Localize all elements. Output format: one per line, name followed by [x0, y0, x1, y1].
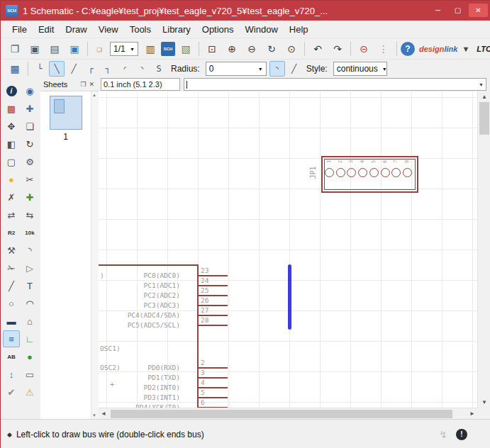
scroll-down-icon[interactable]: ▼ — [92, 413, 96, 418]
zoom-fit-button[interactable]: ⊡ — [203, 40, 221, 58]
frame-button[interactable]: ▭ — [21, 366, 38, 383]
scroll-left-icon[interactable]: ◄ — [101, 410, 106, 417]
erc-button[interactable]: ✔ — [3, 383, 20, 401]
change-button[interactable]: ⚙ — [21, 153, 38, 170]
maximize-button[interactable]: ▢ — [448, 4, 467, 17]
print-button[interactable]: ▤ — [45, 40, 64, 58]
scroll-down-icon[interactable]: ▼ — [478, 399, 490, 405]
errors-icon[interactable]: ! — [456, 429, 467, 440]
arc-button[interactable]: ◠ — [21, 295, 38, 312]
menu-window[interactable]: Window — [240, 23, 284, 36]
zoom-redraw-button[interactable]: ↻ — [262, 40, 281, 58]
split-button[interactable]: ✁ — [3, 259, 20, 276]
rect-button[interactable]: ▬ — [3, 313, 20, 330]
schematic-canvas[interactable]: PC0(ADC0)23PC1(ADC1)24PC2(ADC2)25PC3(ADC… — [99, 91, 477, 408]
titlebar[interactable]: SCH 1 Schematic - C:¥eagle¥test_proj¥tes… — [1, 1, 490, 21]
dropdown-icon[interactable]: ▼ — [378, 67, 387, 72]
mirror-button[interactable]: ◧ — [3, 135, 20, 152]
undo-button[interactable]: ↶ — [308, 40, 327, 58]
text-button[interactable]: T — [21, 277, 38, 294]
net-button[interactable]: ∟ — [21, 330, 38, 347]
schematic-button[interactable]: SCH — [161, 42, 175, 56]
move-button[interactable]: ✥ — [3, 118, 20, 135]
sheets-panel-header[interactable]: Sheets ❐ ✕ — [40, 77, 99, 91]
grid-button[interactable]: ▦ — [6, 60, 24, 78]
label-button[interactable]: AB — [3, 348, 20, 365]
sheet-selector[interactable]: 1/1▼ — [110, 42, 138, 56]
redo-button[interactable]: ↷ — [328, 40, 347, 58]
wire-button[interactable]: ╱ — [3, 277, 20, 294]
horizontal-scrollbar[interactable]: ◄ ► — [99, 408, 477, 420]
menu-file[interactable]: File — [6, 23, 33, 36]
zoom-select-button[interactable]: ⊙ — [282, 40, 301, 58]
delete-button[interactable]: ✗ — [3, 189, 20, 206]
bend-90-hv-button[interactable]: ┌ — [83, 61, 99, 77]
go-button[interactable]: ⋮ — [374, 40, 393, 58]
close-panel-icon[interactable]: ✕ — [87, 81, 96, 88]
menu-view[interactable]: View — [93, 23, 124, 36]
rotate-button[interactable]: ↻ — [21, 135, 38, 152]
close-button[interactable]: ✕ — [469, 4, 488, 17]
bend-90-button[interactable]: ┐ — [100, 61, 116, 77]
zoom-in-button[interactable]: ⊕ — [223, 40, 241, 58]
invoke-button[interactable]: ▷ — [21, 259, 38, 276]
menu-help[interactable]: Help — [284, 23, 314, 36]
minimize-button[interactable]: ─ — [428, 4, 447, 17]
sheets-scrollbar[interactable]: ▲ ▼ — [91, 91, 99, 419]
menu-draw[interactable]: Draw — [60, 23, 92, 36]
export-image-button[interactable]: ▣ — [65, 40, 84, 58]
menu-tools[interactable]: Tools — [124, 23, 157, 36]
bus-button[interactable]: ≡ — [3, 330, 20, 347]
bend-arc-right-button[interactable]: ◝ — [134, 61, 150, 77]
errors-button[interactable]: ⚠ — [21, 383, 38, 401]
vertical-scrollbar[interactable]: ▲ ▼ — [477, 91, 490, 408]
horizontal-scrollbar-thumb[interactable] — [111, 410, 452, 418]
miter-round-button[interactable]: ◝ — [269, 61, 285, 77]
dropdown-icon[interactable]: ▼ — [126, 47, 135, 52]
use-library-button[interactable]: ▥ — [141, 40, 160, 58]
stop-button[interactable]: ⊝ — [355, 40, 373, 58]
display-button[interactable]: ▩ — [3, 100, 20, 117]
menu-edit[interactable]: Edit — [33, 23, 60, 36]
mark-button[interactable]: ✚ — [21, 100, 38, 117]
bend-diagonal-button[interactable]: ╱ — [66, 61, 82, 77]
bus-wire[interactable] — [288, 264, 291, 330]
cut-button[interactable]: ✂ — [21, 171, 38, 188]
save-button[interactable]: ▣ — [26, 40, 44, 58]
dimension-button[interactable]: ↕ — [3, 366, 20, 383]
zoom-out-button[interactable]: ⊖ — [243, 40, 261, 58]
bend-90-vh-button[interactable]: └ — [32, 61, 48, 77]
pinswap-button[interactable]: ⇄ — [3, 206, 20, 223]
bend-arc-left-button[interactable]: ◜ — [117, 61, 133, 77]
board-button[interactable]: ▧ — [177, 40, 195, 58]
group-button[interactable]: ▢ — [3, 153, 20, 170]
bend-diag-end-button[interactable]: ╲ — [49, 61, 65, 77]
scroll-up-icon[interactable]: ▲ — [478, 94, 490, 100]
vertical-scrollbar-thumb[interactable] — [479, 102, 489, 135]
miter-button[interactable]: ◝ — [21, 242, 38, 259]
lightning-icon[interactable]: ↯ — [439, 429, 447, 440]
miter-straight-button[interactable]: ╱ — [286, 61, 302, 77]
designlink-button[interactable]: designlink▼ — [419, 45, 469, 53]
scroll-right-icon[interactable]: ► — [469, 410, 475, 417]
info-button[interactable]: i — [3, 82, 20, 99]
show-button[interactable]: ◉ — [21, 82, 38, 99]
circle-button[interactable]: ○ — [3, 295, 20, 312]
menu-options[interactable]: Options — [196, 23, 240, 36]
float-panel-icon[interactable]: ❐ — [79, 81, 87, 88]
junction-button[interactable]: ● — [21, 348, 38, 365]
bend-freehand-button[interactable]: S — [151, 61, 167, 77]
ltcspice-button[interactable]: LTCspice▼ — [477, 45, 490, 53]
command-input[interactable]: ▼ — [184, 78, 486, 91]
name-button[interactable]: R2 — [3, 224, 20, 241]
paste-button[interactable]: ● — [3, 171, 20, 188]
command-dropdown-icon[interactable]: ▼ — [474, 82, 484, 87]
add-button[interactable]: ✚ — [21, 189, 38, 206]
value-button[interactable]: 10k — [21, 224, 38, 241]
gateswap-button[interactable]: ⇆ — [21, 206, 38, 223]
pin-line[interactable] — [197, 325, 228, 326]
radius-combo[interactable]: 0▼ — [206, 62, 267, 76]
sheet-icon[interactable]: ❏ — [91, 41, 107, 57]
style-combo[interactable]: continuous▼ — [333, 62, 387, 76]
scroll-up-icon[interactable]: ▲ — [92, 93, 96, 97]
